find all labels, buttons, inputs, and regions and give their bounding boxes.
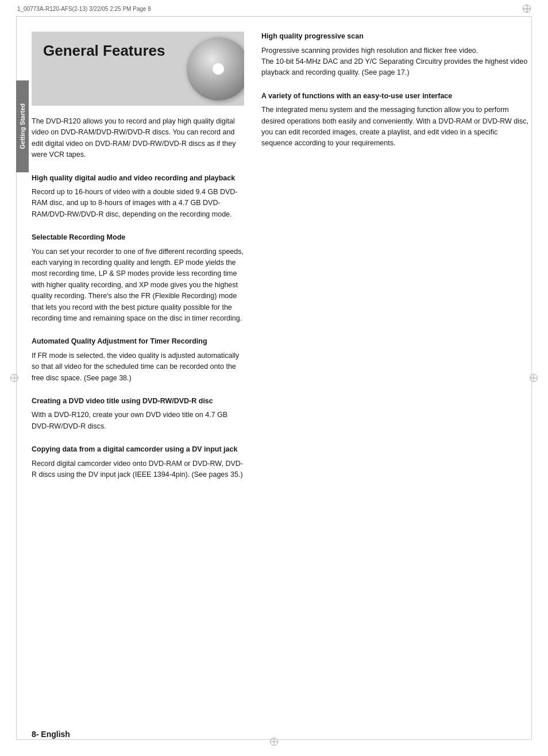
section-s3: Automated Quality Adjustment for Timer R… xyxy=(32,337,244,384)
main-content: General Features The DVD-R120 allows you… xyxy=(32,32,531,724)
section-r1: High quality progressive scan Progressiv… xyxy=(261,32,531,79)
reg-mark-bottom xyxy=(270,738,278,746)
right-sections: High quality progressive scan Progressiv… xyxy=(261,32,531,149)
header-text: 1_00773A-R120-AFS(2-13) 3/22/05 2:25 PM … xyxy=(17,6,151,12)
section-title-s3: Automated Quality Adjustment for Timer R… xyxy=(32,337,244,347)
section-body-r1: Progressive scanning provides high resol… xyxy=(261,45,531,79)
section-title-s5: Copying data from a digital camcorder us… xyxy=(32,445,244,455)
side-tab: Getting Started xyxy=(16,80,29,172)
section-s2: Selectable Recording Mode You can set yo… xyxy=(32,233,244,324)
disc-circle xyxy=(187,37,244,101)
section-title-s2: Selectable Recording Mode xyxy=(32,233,244,243)
footer-language: English xyxy=(41,730,70,739)
section-title-r1: High quality progressive scan xyxy=(261,32,531,42)
page-header: 1_00773A-R120-AFS(2-13) 3/22/05 2:25 PM … xyxy=(17,5,531,13)
section-r2: A variety of functions with an easy-to-u… xyxy=(261,91,531,149)
section-body-s1: Record up to 16-hours of video with a do… xyxy=(32,187,244,220)
col-right: High quality progressive scan Progressiv… xyxy=(261,32,531,493)
page-number: 8- English xyxy=(32,730,70,739)
section-title-r2: A variety of functions with an easy-to-u… xyxy=(261,91,531,102)
title-box: General Features xyxy=(32,32,244,106)
section-body-r2: The integrated menu system and the messa… xyxy=(261,105,531,149)
reg-mark-left xyxy=(10,374,18,382)
section-s1: High quality digital audio and video rec… xyxy=(32,173,244,221)
intro-text: The DVD-R120 allows you to record and pl… xyxy=(32,116,244,161)
section-title-s4: Creating a DVD video title using DVD-RW/… xyxy=(32,396,244,407)
reg-mark-right xyxy=(530,374,538,382)
side-tab-label: Getting Started xyxy=(19,103,26,149)
section-s5: Copying data from a digital camcorder us… xyxy=(32,445,244,480)
section-title-s1: High quality digital audio and video rec… xyxy=(32,173,244,184)
section-body-s5: Record digital camcorder video onto DVD-… xyxy=(32,458,244,481)
section-s4: Creating a DVD video title using DVD-RW/… xyxy=(32,396,244,432)
col-left: General Features The DVD-R120 allows you… xyxy=(32,32,244,493)
disc-hole xyxy=(213,63,224,75)
disc-image xyxy=(187,37,244,101)
content-columns: General Features The DVD-R120 allows you… xyxy=(32,32,531,493)
border-top xyxy=(16,16,532,17)
section-body-s4: With a DVD-R120, create your own DVD vid… xyxy=(32,410,244,432)
header-crosshair-icon xyxy=(523,5,531,13)
page-footer: 8- English xyxy=(32,730,531,739)
section-body-s3: If FR mode is selected, the video qualit… xyxy=(32,350,244,384)
left-sections: High quality digital audio and video rec… xyxy=(32,173,244,481)
section-body-s2: You can set your recorder to one of five… xyxy=(32,246,244,325)
